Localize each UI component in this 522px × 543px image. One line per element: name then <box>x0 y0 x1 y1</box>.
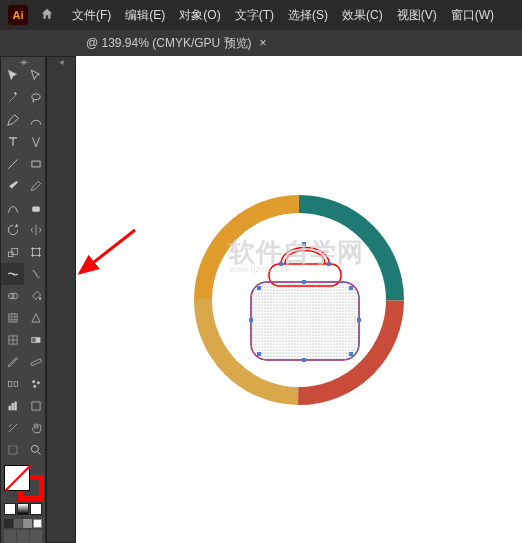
svg-point-21 <box>33 385 35 387</box>
menu-select[interactable]: 选择(S) <box>282 3 334 28</box>
svg-rect-2 <box>32 207 39 212</box>
rotate-tool[interactable] <box>1 219 24 241</box>
svg-rect-15 <box>31 338 35 343</box>
svg-rect-24 <box>14 402 16 410</box>
curvature-tool[interactable] <box>24 109 47 131</box>
menu-view[interactable]: 视图(V) <box>391 3 443 28</box>
document-tab-bar: @ 139.94% (CMYK/GPU 预览) × <box>0 30 522 56</box>
swatch-row <box>4 519 42 528</box>
svg-rect-44 <box>279 262 283 266</box>
svg-point-7 <box>38 248 40 250</box>
zoom-tool[interactable] <box>24 439 47 461</box>
svg-rect-40 <box>257 286 261 290</box>
none-swatch-icon[interactable] <box>30 503 42 515</box>
tab-title: @ 139.94% (CMYK/GPU 预览) <box>86 35 252 52</box>
svg-point-27 <box>31 445 38 452</box>
menu-edit[interactable]: 编辑(E) <box>119 3 171 28</box>
draw-normal-icon[interactable] <box>4 530 16 543</box>
symbol-sprayer-tool[interactable] <box>24 373 47 395</box>
svg-point-11 <box>11 293 17 299</box>
svg-rect-39 <box>302 358 306 362</box>
swatch-4[interactable] <box>33 519 42 528</box>
svg-rect-45 <box>327 262 331 266</box>
app-logo-icon: Ai <box>8 5 28 25</box>
svg-rect-37 <box>357 318 361 322</box>
width-tool[interactable] <box>1 263 24 285</box>
svg-rect-18 <box>14 382 18 387</box>
blend-tool[interactable] <box>1 373 24 395</box>
svg-rect-26 <box>8 446 16 454</box>
svg-rect-43 <box>349 352 353 356</box>
svg-rect-38 <box>302 280 306 284</box>
tools-panel-header[interactable] <box>1 57 45 65</box>
rectangle-tool[interactable] <box>24 153 47 175</box>
svg-rect-36 <box>249 318 253 322</box>
svg-point-9 <box>38 255 40 257</box>
slice-tool[interactable] <box>1 417 24 439</box>
live-paint-bucket-tool[interactable] <box>24 285 47 307</box>
dock-expand-icon[interactable] <box>47 57 75 65</box>
measure-tool[interactable] <box>24 351 47 373</box>
gradient-tool[interactable] <box>24 329 47 351</box>
svg-point-10 <box>8 293 14 299</box>
svg-rect-17 <box>8 382 12 387</box>
svg-rect-16 <box>30 359 41 366</box>
paintbrush-tool[interactable] <box>1 175 24 197</box>
magic-wand-tool[interactable] <box>1 87 24 109</box>
swatch-3[interactable] <box>23 519 32 528</box>
perspective-selection-tool[interactable] <box>24 307 47 329</box>
document-tab[interactable]: @ 139.94% (CMYK/GPU 预览) × <box>76 31 277 56</box>
default-fill-stroke-icon[interactable] <box>4 503 16 515</box>
perspective-grid-tool[interactable] <box>1 307 24 329</box>
column-graph-tool[interactable] <box>1 395 24 417</box>
hand-tool[interactable] <box>24 417 47 439</box>
close-icon[interactable]: × <box>260 36 267 50</box>
svg-rect-46 <box>302 242 306 246</box>
pen-tool[interactable] <box>1 109 24 131</box>
svg-rect-33 <box>251 282 359 360</box>
menu-object[interactable]: 对象(O) <box>173 3 226 28</box>
menu-window[interactable]: 窗口(W) <box>445 3 500 28</box>
touch-type-tool[interactable] <box>24 131 47 153</box>
print-tiling-tool[interactable] <box>1 439 24 461</box>
svg-rect-12 <box>8 314 16 322</box>
color-controls <box>1 461 45 543</box>
svg-point-19 <box>32 381 34 383</box>
free-transform-tool[interactable] <box>24 241 47 263</box>
menu-file[interactable]: 文件(F) <box>66 3 117 28</box>
canvas[interactable]: 软件自学网 www.rjzxw.com <box>76 56 522 543</box>
direct-selection-tool[interactable] <box>24 65 47 87</box>
shape-builder-tool[interactable] <box>1 285 24 307</box>
selection-tool[interactable] <box>1 65 24 87</box>
eyedropper-tool[interactable] <box>1 351 24 373</box>
svg-point-8 <box>31 255 33 257</box>
ring-chart-icon <box>189 190 409 410</box>
artwork: 软件自学网 www.rjzxw.com <box>189 190 409 410</box>
lasso-tool[interactable] <box>24 87 47 109</box>
shaper-tool[interactable] <box>1 197 24 219</box>
gradient-swatch-icon[interactable] <box>17 503 29 515</box>
reflect-tool[interactable] <box>24 219 47 241</box>
menu-effect[interactable]: 效果(C) <box>336 3 389 28</box>
fill-color-swatch[interactable] <box>4 465 30 491</box>
menubar: 文件(F) 编辑(E) 对象(O) 文字(T) 选择(S) 效果(C) 视图(V… <box>66 3 500 28</box>
svg-rect-23 <box>11 404 13 410</box>
swatch-2[interactable] <box>14 519 23 528</box>
menu-type[interactable]: 文字(T) <box>229 3 280 28</box>
eraser-tool[interactable] <box>24 197 47 219</box>
draw-inside-icon[interactable] <box>30 530 42 543</box>
svg-point-6 <box>31 248 33 250</box>
type-tool[interactable] <box>1 131 24 153</box>
home-icon[interactable] <box>40 7 54 24</box>
artboard-tool[interactable] <box>24 395 47 417</box>
draw-behind-icon[interactable] <box>17 530 29 543</box>
svg-rect-25 <box>31 402 39 410</box>
scale-tool[interactable] <box>1 241 24 263</box>
swatch-1[interactable] <box>4 519 13 528</box>
mesh-tool[interactable] <box>1 329 24 351</box>
warp-tool[interactable] <box>24 263 47 285</box>
svg-rect-5 <box>32 249 39 256</box>
pencil-tool[interactable] <box>24 175 47 197</box>
line-segment-tool[interactable] <box>1 153 24 175</box>
svg-rect-22 <box>8 406 10 410</box>
